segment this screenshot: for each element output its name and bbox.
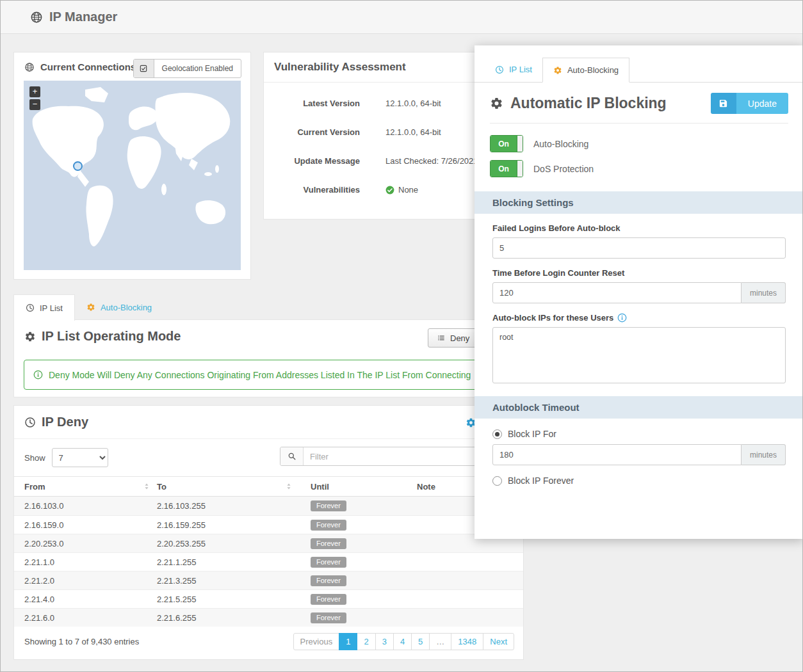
cell-to: 2.21.6.255 (157, 613, 196, 623)
table-row[interactable]: 2.21.4.0 2.21.5.255 Forever (14, 589, 523, 608)
autoblock-users-label-text: Auto-block IPs for these Users (492, 313, 613, 323)
pagination-page-3[interactable]: 3 (375, 633, 394, 650)
auto-blocking-headrow: Automatic IP Blocking Update (474, 83, 803, 122)
until-badge: Forever (311, 594, 346, 605)
pagination-ellipsis: … (429, 633, 451, 650)
gear-icon (490, 97, 503, 110)
table-footer: Showing 1 to 7 of 9,430 entries Previous… (24, 633, 514, 650)
block-ip-forever-radio-row[interactable]: Block IP Forever (492, 476, 786, 486)
pagination-page-1[interactable]: 1 (339, 633, 357, 650)
connection-map-marker[interactable] (73, 161, 83, 171)
deny-mode-alert-text: Deny Mode Will Deny Any Connections Orig… (49, 370, 471, 380)
block-ip-for-radio[interactable] (492, 429, 502, 439)
map-zoom-out-button[interactable]: − (29, 99, 40, 110)
block-ip-forever-label: Block IP Forever (508, 476, 574, 486)
vuln-none-text: None (398, 185, 418, 195)
until-badge: Forever (311, 575, 346, 586)
auto-blocking-toggle-row: On Auto-Blocking (474, 131, 803, 156)
pagination-previous[interactable]: Previous (293, 633, 340, 650)
column-to-label: To (157, 482, 166, 492)
auto-blocking-title: Automatic IP Blocking (510, 95, 667, 112)
tab-ip-list[interactable]: IP List (485, 57, 542, 82)
minutes-addon: minutes (742, 444, 786, 465)
table-controls: Show 7 (14, 439, 523, 474)
table-row[interactable]: 2.21.6.0 2.21.6.255 Forever (14, 608, 523, 627)
info-icon[interactable] (617, 313, 627, 323)
pagination-page-4[interactable]: 4 (393, 633, 412, 650)
geolocation-enabled-button[interactable]: Geolocation Enabled (133, 59, 241, 78)
dos-protection-toggle[interactable]: On (490, 160, 523, 177)
ip-deny-header: IP Deny (14, 406, 523, 439)
toggle-on-label: On (491, 161, 517, 177)
list-icon (437, 333, 446, 342)
table-row[interactable]: 2.21.1.0 2.21.1.255 Forever (14, 552, 523, 571)
auto-blocking-panel: IP List Auto-Blocking Automatic IP Block… (474, 45, 803, 539)
column-header-to[interactable]: To (157, 482, 311, 492)
autoblock-timeout-section-header: Autoblock Timeout (474, 396, 803, 419)
page-title: IP Manager (49, 10, 117, 24)
auto-blocking-toggle[interactable]: On (490, 135, 523, 152)
counter-reset-group: minutes (492, 282, 786, 303)
gear-icon (553, 66, 562, 75)
toggle-knob (517, 161, 523, 177)
pagination-page-last[interactable]: 1348 (451, 633, 483, 650)
sort-icon (143, 483, 150, 490)
cell-to: 2.20.253.255 (157, 539, 206, 548)
cell-to: 2.21.5.255 (157, 595, 196, 604)
column-header-from[interactable]: From (24, 482, 157, 492)
map-zoom-in-button[interactable]: + (29, 86, 40, 97)
deny-mode-button[interactable]: Deny (428, 328, 478, 348)
pagination-page-5[interactable]: 5 (411, 633, 430, 650)
divider (490, 123, 788, 124)
vuln-value: 12.1.0.0, 64-bit (385, 127, 441, 137)
table-row[interactable]: 2.16.159.0 2.16.159.255 Forever (14, 515, 523, 534)
column-header-until: Until (311, 482, 417, 492)
pagination-next[interactable]: Next (483, 633, 514, 650)
block-ip-forever-radio[interactable] (492, 476, 502, 486)
geolocation-button-label: Geolocation Enabled (154, 60, 241, 77)
counter-reset-label: Time Before Login Counter Reset (492, 268, 786, 278)
show-select[interactable]: 7 (52, 448, 108, 467)
clock-icon (495, 65, 504, 74)
vuln-label: Current Version (264, 127, 360, 137)
vuln-label: Update Message (264, 156, 360, 166)
autoblock-timeout-fields: Block IP For minutes Block IP Forever (474, 429, 803, 486)
tab-auto-blocking[interactable]: Auto-Blocking (542, 58, 629, 83)
gear-icon (86, 303, 95, 312)
update-button-label: Update (736, 93, 788, 114)
column-from-label: From (24, 482, 45, 492)
ip-deny-panel: IP Deny Show 7 From (13, 405, 524, 660)
auto-blocking-toggle-label: Auto-Blocking (533, 139, 588, 149)
globe-icon (24, 62, 35, 72)
cell-from: 2.21.1.0 (24, 557, 54, 567)
until-badge: Forever (311, 557, 346, 568)
table-row[interactable]: 2.20.253.0 2.20.253.255 Forever (14, 534, 523, 552)
tab-ip-list[interactable]: IP List (13, 294, 75, 321)
counter-reset-input[interactable] (492, 282, 742, 303)
until-badge: Forever (311, 500, 346, 511)
pagination-page-2[interactable]: 2 (357, 633, 375, 650)
cell-from: 2.21.6.0 (24, 613, 54, 623)
failed-logins-input[interactable] (492, 237, 786, 259)
until-badge: Forever (311, 538, 346, 549)
gear-icon (24, 331, 36, 342)
clock-icon (24, 417, 36, 428)
current-connections-title: Current Connections (40, 61, 136, 72)
table-row[interactable]: 2.21.2.0 2.21.3.255 Forever (14, 571, 523, 589)
autoblock-users-textarea[interactable]: root (492, 327, 786, 383)
table-row[interactable]: 2.16.103.0 2.16.103.255 Forever (14, 497, 523, 515)
update-button[interactable]: Update (711, 93, 788, 114)
search-icon[interactable] (280, 447, 304, 465)
filter-input[interactable] (304, 447, 484, 465)
dos-protection-toggle-row: On DoS Protection (474, 156, 803, 181)
operating-mode-title: IP List Operating Mode (42, 329, 181, 344)
tab-auto-blocking[interactable]: Auto-Blocking (75, 294, 163, 320)
entries-summary: Showing 1 to 7 of 9,430 entries (24, 637, 139, 646)
block-ip-for-radio-row[interactable]: Block IP For (492, 429, 786, 439)
tab-ip-list-label: IP List (40, 303, 63, 313)
sort-icon (285, 483, 293, 490)
vulnerability-title: Vulnerability Assessment (274, 61, 406, 74)
world-map[interactable]: + − (24, 81, 241, 270)
globe-icon (30, 11, 43, 24)
block-ip-for-input[interactable] (492, 444, 742, 465)
